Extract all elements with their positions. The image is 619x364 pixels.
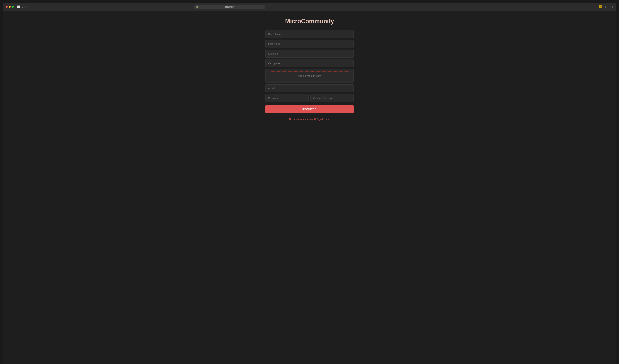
profile-picture-label: Add a Profile Picture xyxy=(298,74,321,77)
url-text: localhost xyxy=(200,6,260,8)
chevron-down-icon[interactable]: ⌄ xyxy=(21,5,23,8)
last-name-input[interactable] xyxy=(265,40,354,48)
tabs-icon[interactable]: ⧉ xyxy=(612,5,613,8)
signin-link-container: Already have an account? Sign In here. xyxy=(265,118,354,121)
sidebar-toggle-icon[interactable]: ⬜ xyxy=(17,5,20,8)
first-name-input[interactable] xyxy=(265,30,354,38)
browser-actions: JS ⬆ + ⧉ xyxy=(599,5,613,8)
confirm-password-input[interactable] xyxy=(310,94,354,102)
email-input[interactable] xyxy=(265,84,354,92)
password-input[interactable] xyxy=(265,94,309,102)
address-bar-options-icon[interactable]: ··· xyxy=(261,5,263,8)
register-button[interactable]: REGISTER xyxy=(265,105,354,113)
new-tab-icon[interactable]: + xyxy=(608,5,610,8)
browser-window: ⬜ ⌄ ‹ 🔒 localhost ··· JS ⬆ + ⧉ MicroComm… xyxy=(3,3,616,364)
occupation-input[interactable] xyxy=(265,59,354,67)
maximize-button[interactable] xyxy=(12,6,14,8)
browser-controls: ⬜ ⌄ ‹ xyxy=(17,5,26,8)
profile-picture-dropzone[interactable]: Add a Profile Picture xyxy=(265,69,354,83)
signin-link[interactable]: Already have an account? Sign In here. xyxy=(289,118,330,121)
address-bar[interactable]: 🔒 localhost ··· xyxy=(194,5,265,9)
browser-toolbar: ⬜ ⌄ ‹ 🔒 localhost ··· JS ⬆ + ⧉ xyxy=(3,3,616,11)
register-form: Add a Profile Picture REGISTER Already h… xyxy=(265,30,354,121)
site-icon: 🔒 xyxy=(196,5,198,8)
close-button[interactable] xyxy=(6,6,8,8)
page-content: MicroCommunity Add a Profile Picture REG… xyxy=(3,11,616,364)
profile-picture-dashed-border: Add a Profile Picture xyxy=(268,71,351,80)
minimize-button[interactable] xyxy=(9,6,11,8)
password-row xyxy=(265,94,354,102)
back-icon[interactable]: ‹ xyxy=(25,5,26,8)
share-icon[interactable]: ⬆ xyxy=(604,5,606,8)
traffic-lights xyxy=(6,6,14,8)
js-debugger-icon[interactable]: JS xyxy=(599,5,602,8)
app-title: MicroCommunity xyxy=(285,18,334,25)
location-input[interactable] xyxy=(265,50,354,57)
